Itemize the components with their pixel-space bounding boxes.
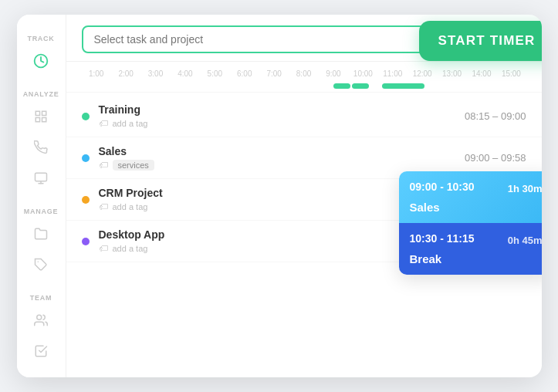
dashboard-icon[interactable] xyxy=(27,103,55,130)
task-info-training: Training 🏷 add a tag xyxy=(99,103,465,129)
track-label: TRACK xyxy=(27,35,54,42)
hour-12: 12:00 xyxy=(408,69,437,78)
timeline: 1:00 2:00 3:00 4:00 5:00 6:00 7:00 8:00 … xyxy=(66,62,542,93)
manage-label: MANAGE xyxy=(24,208,58,215)
svg-rect-3 xyxy=(36,118,39,122)
folder-icon[interactable] xyxy=(27,220,55,248)
tooltip-title-1: Sales xyxy=(410,201,542,214)
hour-9: 9:00 xyxy=(319,69,348,78)
hour-6: 6:00 xyxy=(230,69,259,78)
tag-pill-sales[interactable]: services xyxy=(113,160,154,171)
tooltip-duration-1: 1h 30m xyxy=(508,183,542,194)
team-icon[interactable] xyxy=(27,306,55,334)
hour-13: 13:00 xyxy=(437,69,466,78)
table-row: CRM Project 🏷 add a tag 09:00 - 10:30 1h… xyxy=(66,179,542,221)
svg-rect-2 xyxy=(42,111,46,115)
monitor-icon[interactable] xyxy=(27,164,55,192)
tag-add-crm[interactable]: add a tag xyxy=(113,202,148,211)
timeline-block-3 xyxy=(382,83,424,89)
timeline-blocks xyxy=(82,83,526,89)
hour-7: 7:00 xyxy=(259,69,289,78)
tooltip-title-2: Break xyxy=(410,252,542,265)
tooltip-time-range-1: 09:00 - 10:30 xyxy=(410,181,475,193)
app-container: TRACK ANALYZE MANAGE xyxy=(17,15,542,377)
svg-point-9 xyxy=(37,315,42,319)
tag-icon-desktop: 🏷 xyxy=(99,243,108,254)
main-content: START TIMER 1:00 2:00 3:00 4:00 5:00 6:0… xyxy=(66,15,542,377)
hour-15: 15:00 xyxy=(496,69,526,78)
hour-3: 3:00 xyxy=(140,69,170,78)
hour-8: 8:00 xyxy=(289,69,318,78)
task-time-training: 08:15 – 09:00 xyxy=(465,110,526,122)
sidebar-section-analyze: ANALYZE xyxy=(17,84,66,195)
tag-icon[interactable] xyxy=(27,251,55,279)
timeline-block-1 xyxy=(333,83,350,89)
tag-add-training[interactable]: add a tag xyxy=(113,119,148,128)
table-row: Training 🏷 add a tag 08:15 – 09:00 xyxy=(66,96,542,137)
svg-rect-5 xyxy=(36,173,47,181)
tooltip-top: 09:00 - 10:30 1h 30m Sales xyxy=(399,171,542,223)
hour-14: 14:00 xyxy=(467,69,496,78)
tag-icon-crm: 🏷 xyxy=(99,201,108,212)
task-dot-sales xyxy=(82,154,90,162)
checklist-icon[interactable] xyxy=(27,337,55,365)
hour-5: 5:00 xyxy=(200,69,229,78)
task-info-sales: Sales 🏷 services xyxy=(99,145,465,171)
analytics-icon[interactable] xyxy=(27,133,55,161)
task-tag-row-training: 🏷 add a tag xyxy=(99,118,465,129)
track-icon[interactable] xyxy=(27,47,55,75)
start-timer-button[interactable]: START TIMER xyxy=(419,21,541,61)
task-tag-row-sales: 🏷 services xyxy=(99,160,465,171)
task-time-sales: 09:00 – 09:58 xyxy=(465,152,526,164)
task-dot-desktop xyxy=(82,238,90,245)
analyze-label: ANALYZE xyxy=(23,90,59,98)
sidebar-section-track: TRACK xyxy=(17,29,66,78)
svg-rect-1 xyxy=(36,111,39,115)
tooltip-bottom: 10:30 - 11:15 0h 45m Break xyxy=(399,223,542,275)
hour-11: 11:00 xyxy=(378,69,408,78)
sidebar-section-team: TEAM xyxy=(17,288,66,368)
hour-1: 1:00 xyxy=(82,69,111,78)
tag-icon-training: 🏷 xyxy=(99,118,108,129)
tooltip-time-range-2: 10:30 - 11:15 xyxy=(410,232,475,245)
start-timer-label: START TIMER xyxy=(438,33,535,49)
timeline-block-2 xyxy=(352,83,369,89)
task-list: Training 🏷 add a tag 08:15 – 09:00 Sales… xyxy=(66,93,542,377)
sidebar: TRACK ANALYZE MANAGE xyxy=(17,15,66,377)
tag-add-desktop[interactable]: add a tag xyxy=(113,244,148,253)
top-bar: START TIMER xyxy=(66,15,542,62)
hour-4: 4:00 xyxy=(171,69,200,78)
hour-10: 10:00 xyxy=(348,69,377,78)
sidebar-section-manage: MANAGE xyxy=(17,201,66,282)
tooltip-card-crm: 09:00 - 10:30 1h 30m Sales 10:30 - 11:15… xyxy=(399,171,542,275)
task-dot-crm xyxy=(82,196,90,204)
task-name-sales: Sales xyxy=(99,145,465,157)
svg-rect-4 xyxy=(42,118,46,122)
team-label: TEAM xyxy=(30,294,52,302)
task-dot-training xyxy=(82,113,90,120)
hour-2: 2:00 xyxy=(111,69,140,78)
tooltip-duration-2: 0h 45m xyxy=(508,235,542,246)
task-name-training: Training xyxy=(99,103,465,116)
timeline-hours: 1:00 2:00 3:00 4:00 5:00 6:00 7:00 8:00 … xyxy=(82,69,526,81)
tag-icon-sales: 🏷 xyxy=(99,160,108,171)
